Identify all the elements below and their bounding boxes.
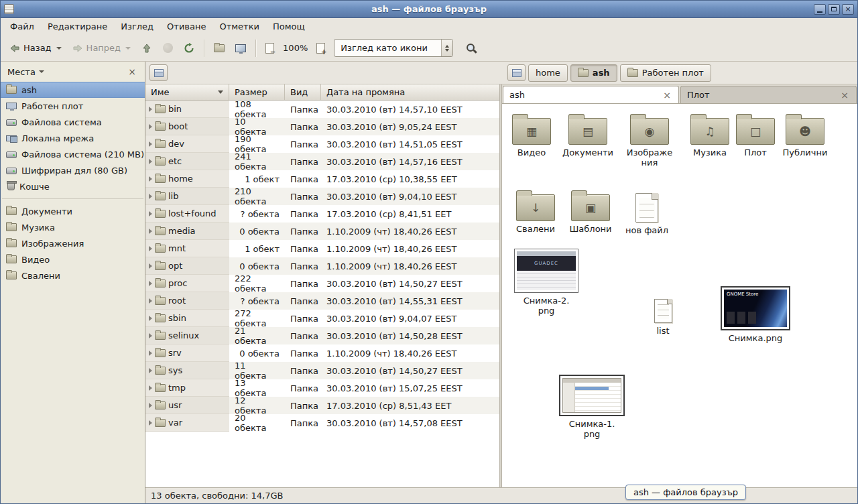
column-header-date[interactable]: Дата на промяна [321,84,499,100]
sidebar-item[interactable]: Файлова система [1,114,145,130]
menu-item[interactable]: Файл [3,19,41,34]
menu-item[interactable]: Помощ [266,19,312,34]
folder-item-desktop[interactable]: □ Плот [734,113,777,158]
maximize-button[interactable] [828,4,840,15]
expander-icon[interactable] [149,281,152,286]
menu-item[interactable]: Отметки [212,19,265,34]
column-header-size[interactable]: Размер [229,84,285,100]
file-row[interactable]: sbin 272 обекта Папка 30.03.2010 (вт) 9,… [145,310,499,327]
sidebar-chevron-icon[interactable] [39,70,44,73]
expander-icon[interactable] [149,316,152,321]
sidebar-item[interactable]: Шифриран дял (80 GB) [1,162,145,178]
file-row[interactable]: boot 10 обекта Папка 30.03.2010 (вт) 9,0… [145,118,499,135]
file-row[interactable]: lib 210 обекта Папка 30.03.2010 (вт) 9,0… [145,188,499,205]
folder-item-documents[interactable]: ▤ Документи [558,113,617,158]
computer-button[interactable] [231,40,251,56]
file-row[interactable]: lost+found ? обекта Папка 17.03.2010 (ср… [145,205,499,223]
sidebar-title[interactable]: Места [7,67,36,77]
file-item-snimka1[interactable]: Снимка-1.png [558,375,625,440]
expander-icon[interactable] [149,385,152,391]
file-row[interactable]: home 1 обект Папка 17.03.2010 (ср) 10,38… [145,170,499,188]
icon-grid[interactable]: ▦ Видео ▤ Документи ◉ Изображения ♫ [502,104,857,487]
expander-icon[interactable] [149,246,152,251]
breadcrumb-desktop[interactable]: Работен плот [620,64,711,82]
back-button[interactable]: Назад [5,39,66,58]
menu-item[interactable]: Отиване [160,19,212,34]
expander-icon[interactable] [149,420,152,426]
titlebar[interactable]: ash — файлов браузър × [1,1,857,18]
forward-button[interactable]: Напред [68,39,135,58]
file-row[interactable]: proc 222 обекта Папка 30.03.2010 (вт) 14… [145,275,499,292]
folder-item-pictures[interactable]: ◉ Изображения [621,113,678,168]
folder-item-downloads[interactable]: ↓ Свалени [510,190,561,235]
view-mode-spinner[interactable] [441,40,452,56]
file-row[interactable]: tmp 13 обекта Папка 30.03.2010 (вт) 15,0… [145,379,499,397]
tab-ash[interactable]: ash × [503,86,679,103]
file-item-new-file[interactable]: нов файл [621,190,672,236]
file-row[interactable]: var 20 обекта Папка 30.03.2010 (вт) 14,5… [145,414,499,432]
expander-icon[interactable] [149,229,152,234]
expander-icon[interactable] [149,107,152,112]
file-row[interactable]: etc 241 обекта Папка 30.03.2010 (вт) 14,… [145,153,499,170]
folder-item-music[interactable]: ♫ Музика [684,113,735,158]
close-button[interactable]: × [842,4,854,15]
column-header-type[interactable]: Вид [285,84,321,100]
file-row[interactable]: media 0 обекта Папка 1.10.2009 (чт) 18,4… [145,223,499,240]
sidebar-item[interactable]: Работен плот [1,98,145,114]
sidebar-item[interactable]: Документи [1,203,145,219]
file-row[interactable]: sys 11 обекта Папка 30.03.2010 (вт) 14,5… [145,362,499,379]
sidebar-item[interactable]: Файлова система (210 MB) [1,146,145,162]
file-item-snimka2[interactable]: GUADEC Снимка-2.png [513,249,580,316]
zoom-out-button[interactable]: − [261,39,279,58]
expander-icon[interactable] [149,141,152,147]
minimize-button[interactable] [814,4,826,15]
sidebar-close-button[interactable]: × [126,66,138,77]
file-row[interactable]: dev 190 обекта Папка 30.03.2010 (вт) 14,… [145,135,499,153]
sidebar-item[interactable]: Кошче [1,178,145,194]
breadcrumb-ash[interactable]: ash [570,64,617,82]
file-row[interactable]: bin 108 обекта Папка 30.03.2010 (вт) 14,… [145,101,499,118]
view-mode-select[interactable]: Изглед като икони [334,39,453,57]
sidebar-item[interactable]: Видео [1,251,145,267]
expander-icon[interactable] [149,403,152,408]
expander-icon[interactable] [149,263,152,269]
breadcrumb-home[interactable]: home [528,64,568,82]
expander-icon[interactable] [149,298,152,304]
sidebar-item[interactable]: ash [1,82,145,98]
file-row[interactable]: mnt 1 обект Папка 1.10.2009 (чт) 18,40,2… [145,240,499,257]
expander-icon[interactable] [149,368,152,373]
breadcrumb-root-button[interactable] [507,64,526,81]
expander-icon[interactable] [149,333,152,338]
menu-item[interactable]: Редактиране [41,19,114,34]
expander-icon[interactable] [149,159,152,164]
back-history-chevron-icon[interactable] [56,47,62,50]
home-button[interactable] [209,40,229,56]
folder-item-video[interactable]: ▦ Видео [506,113,557,158]
sidebar-item[interactable]: Музика [1,219,145,235]
sidebar-item[interactable]: Свалени [1,267,145,284]
file-row[interactable]: usr 12 обекта Папка 17.03.2010 (ср) 8,51… [145,397,499,414]
menu-item[interactable]: Изглед [114,19,160,34]
up-button[interactable] [137,39,157,58]
file-item-snimka[interactable]: GNOME Store Снимка.png [721,286,790,344]
file-row[interactable]: selinux 21 обекта Папка 30.03.2010 (вт) … [145,327,499,344]
file-row[interactable]: opt 0 обекта Папка 1.10.2009 (чт) 18,40,… [145,257,499,275]
file-row[interactable]: root ? обекта Папка 30.03.2010 (вт) 14,5… [145,292,499,310]
sidebar-item[interactable]: Изображения [1,235,145,251]
pane-toggle-button[interactable] [149,64,168,81]
expander-icon[interactable] [149,351,152,356]
folder-item-templates[interactable]: ▣ Шаблони [564,190,617,235]
search-button[interactable] [461,39,481,57]
expander-icon[interactable] [149,176,152,182]
expander-icon[interactable] [149,211,152,216]
column-header-name[interactable]: Име [145,84,229,100]
file-row[interactable]: srv 0 обекта Папка 1.10.2009 (чт) 18,40,… [145,344,499,362]
tab-close-icon[interactable]: × [839,90,850,100]
reload-button[interactable] [179,39,199,58]
sidebar-item[interactable]: Локална мрежа [1,130,145,146]
tab-close-icon[interactable]: × [662,90,672,100]
expander-icon[interactable] [149,124,152,129]
tab-desktop[interactable]: Плот × [680,86,857,103]
expander-icon[interactable] [149,194,152,199]
folder-item-public[interactable]: ☻ Публични [778,113,832,158]
